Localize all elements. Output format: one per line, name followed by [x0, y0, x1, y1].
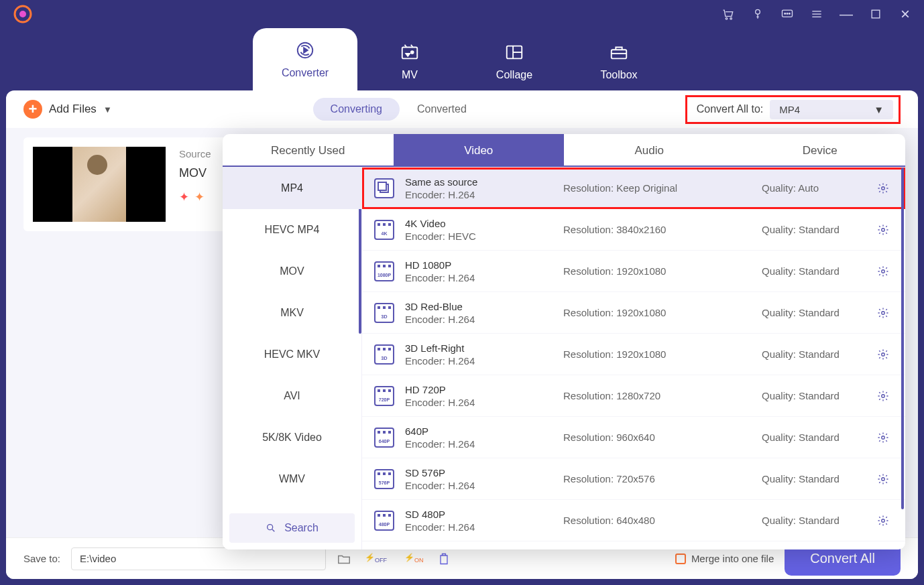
format-item-mov[interactable]: MOV: [223, 251, 361, 292]
enhance-icon[interactable]: ✦: [179, 190, 189, 204]
preset-item[interactable]: Same as sourceEncoder: H.264Resolution: …: [362, 168, 905, 209]
hw-off-icon[interactable]: ⚡OFF: [361, 551, 391, 565]
picker-tab-video[interactable]: Video: [394, 134, 565, 167]
gear-icon[interactable]: [877, 473, 889, 485]
effect-icon[interactable]: ✦: [194, 190, 205, 204]
save-path-input[interactable]: [71, 547, 326, 570]
gear-icon[interactable]: [877, 182, 889, 194]
menu-icon[interactable]: [810, 7, 823, 21]
key-icon[interactable]: [751, 7, 764, 21]
preset-title: 4K Video: [405, 218, 553, 229]
video-thumbnail[interactable]: [33, 147, 166, 222]
svg-marker-16: [406, 54, 410, 56]
svg-point-29: [882, 352, 885, 356]
format-item-wmv[interactable]: WMV: [223, 458, 361, 500]
gear-icon[interactable]: [877, 390, 889, 402]
tab-mv-label: MV: [402, 69, 418, 81]
svg-point-6: [785, 13, 786, 14]
preset-icon: [374, 178, 394, 198]
toolbox-icon: [609, 42, 629, 62]
preset-encoder: Encoder: H.264: [405, 355, 553, 367]
preset-item[interactable]: 576PSD 576PEncoder: H.264Resolution: 720…: [362, 458, 905, 500]
svg-point-4: [756, 9, 760, 14]
gear-icon[interactable]: [877, 515, 889, 527]
format-item-avi[interactable]: AVI: [223, 375, 361, 417]
cart-icon[interactable]: [721, 7, 735, 21]
preset-quality: Quality: Standard: [762, 265, 866, 277]
preset-name-col: 640PEncoder: H.264: [405, 426, 553, 450]
preset-scrollbar[interactable]: [901, 168, 904, 509]
gear-icon[interactable]: [877, 224, 889, 236]
preset-resolution: Resolution: 1920x1080: [563, 348, 751, 360]
gear-icon[interactable]: [877, 432, 889, 444]
source-format: MOV: [179, 166, 211, 180]
file-action-icons: ✦ ✦: [179, 190, 211, 204]
tab-collage[interactable]: Collage: [462, 42, 567, 90]
dropdown-arrow-icon: ▼: [874, 104, 884, 115]
gear-icon[interactable]: [877, 265, 889, 277]
gear-icon[interactable]: [877, 307, 889, 319]
preset-item[interactable]: 4K4K VideoEncoder: HEVCResolution: 3840x…: [362, 209, 905, 251]
preset-quality: Quality: Standard: [762, 473, 866, 484]
preset-item[interactable]: 3D3D Red-BlueEncoder: H.264Resolution: 1…: [362, 292, 905, 334]
svg-point-26: [882, 228, 885, 231]
picker-tab-device[interactable]: Device: [735, 134, 906, 167]
tab-mv[interactable]: MV: [357, 42, 462, 90]
preset-title: HD 1080P: [405, 259, 553, 271]
format-item-5k-8k-video[interactable]: 5K/8K Video: [223, 417, 361, 458]
maximize-button[interactable]: [869, 7, 882, 21]
gear-icon[interactable]: [877, 348, 889, 361]
svg-marker-14: [304, 48, 308, 53]
task-icon[interactable]: [437, 552, 451, 566]
mv-icon: [400, 42, 420, 62]
format-item-hevc-mkv[interactable]: HEVC MKV: [223, 334, 361, 375]
picker-tab-recent[interactable]: Recently Used: [223, 134, 394, 167]
merge-label: Merge into one file: [691, 553, 774, 564]
preset-encoder: Encoder: H.264: [405, 521, 553, 533]
format-item-mp4[interactable]: MP4: [223, 168, 361, 209]
format-item-mkv[interactable]: MKV: [223, 292, 361, 334]
status-segment: Converting Converted: [313, 98, 484, 121]
folder-icon[interactable]: [337, 551, 351, 566]
svg-point-17: [411, 51, 414, 54]
preset-item[interactable]: 720PHD 720PEncoder: H.264Resolution: 128…: [362, 375, 905, 417]
preset-title: 3D Red-Blue: [405, 301, 553, 312]
merge-checkbox[interactable]: Merge into one file: [675, 553, 774, 564]
search-icon: [266, 523, 276, 533]
preset-name-col: 3D Red-BlueEncoder: H.264: [405, 301, 553, 325]
tab-toolbox[interactable]: Toolbox: [567, 42, 671, 90]
format-search-button[interactable]: Search: [229, 513, 355, 543]
minimize-button[interactable]: —: [840, 7, 853, 21]
preset-item[interactable]: 1080PHD 1080PEncoder: H.264Resolution: 1…: [362, 251, 905, 292]
add-files-button[interactable]: + Add Files ▼: [23, 100, 112, 119]
save-to-label: Save to:: [23, 553, 60, 564]
preset-resolution: Resolution: Keep Original: [563, 182, 751, 194]
preset-icon: 720P: [374, 386, 394, 406]
collage-icon: [504, 42, 524, 62]
svg-point-3: [730, 17, 732, 19]
preset-icon: 576P: [374, 469, 394, 489]
preset-item[interactable]: 3D3D Left-RightEncoder: H.264Resolution:…: [362, 334, 905, 375]
picker-tabs: Recently Used Video Audio Device: [223, 134, 905, 168]
close-button[interactable]: ×: [899, 7, 912, 21]
picker-tab-audio[interactable]: Audio: [564, 134, 735, 167]
preset-item[interactable]: 640P640PEncoder: H.264Resolution: 960x64…: [362, 417, 905, 458]
preset-encoder: Encoder: H.264: [405, 480, 553, 491]
preset-name-col: Same as sourceEncoder: H.264: [405, 176, 553, 200]
feedback-icon[interactable]: [781, 7, 794, 21]
preset-icon: 640P: [374, 428, 394, 448]
main-tabs: Converter MV Collage Toolbox: [0, 28, 924, 90]
tab-converter[interactable]: Converter: [253, 28, 357, 90]
preset-title: Same as source: [405, 176, 553, 188]
svg-point-31: [882, 436, 885, 439]
svg-point-2: [726, 17, 728, 19]
convert-all-dropdown[interactable]: MP4 ▼: [770, 100, 893, 119]
preset-quality: Quality: Auto: [762, 182, 866, 194]
footer-tools: ⚡OFF ⚡ON: [337, 551, 451, 566]
converted-tab[interactable]: Converted: [400, 98, 484, 121]
preset-item[interactable]: 480PSD 480PEncoder: H.264Resolution: 640…: [362, 500, 905, 541]
hw-on-icon[interactable]: ⚡ON: [400, 551, 428, 565]
preset-resolution: Resolution: 640x480: [563, 515, 751, 526]
converting-tab[interactable]: Converting: [313, 98, 400, 121]
format-item-hevc-mp4[interactable]: HEVC MP4: [223, 209, 361, 251]
